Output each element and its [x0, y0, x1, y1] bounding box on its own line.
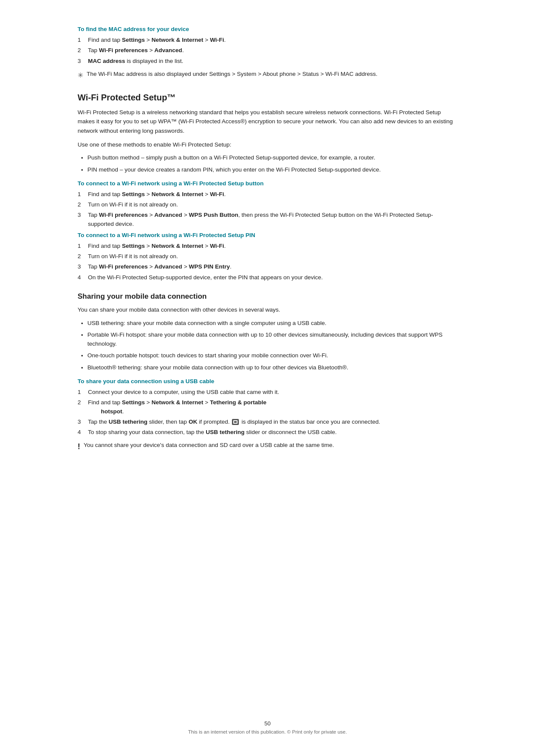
- network-bold: Network & Internet: [151, 243, 203, 249]
- wps-pin-entry-bold: WPS PIN Entry: [189, 263, 230, 270]
- advanced-bold: Advanced: [154, 263, 182, 270]
- page-container: To find the MAC address for your device …: [0, 0, 535, 756]
- tip-icon: ✳: [78, 70, 83, 81]
- step-number: 3: [78, 418, 88, 426]
- footer-text: This is an internet version of this publ…: [0, 729, 535, 734]
- wifi-prefs-bold: Wi-Fi preferences: [99, 263, 148, 270]
- step-content: Find and tap Settings > Network & Intern…: [88, 398, 457, 416]
- wps-button-subsection: To connect to a Wi-Fi network using a Wi…: [78, 180, 457, 228]
- step-number: 1: [78, 36, 88, 44]
- step-content: MAC address is displayed in the list.: [88, 57, 457, 66]
- step-content: Tap the USB tethering slider, then tap O…: [88, 418, 457, 426]
- step-number: 4: [78, 273, 88, 282]
- sharing-bullet-3: One-touch portable hotspot: touch device…: [78, 351, 457, 361]
- usb-step-1: 1 Connect your device to a computer, usi…: [78, 388, 457, 397]
- settings-bold: Settings: [122, 243, 145, 249]
- mac-step-1: 1 Find and tap Settings > Network & Inte…: [78, 36, 457, 44]
- step-content: Connect your device to a computer, using…: [88, 388, 457, 397]
- wifi-bold: Wi-Fi: [210, 37, 224, 43]
- wifi-bold: Wi-Fi: [210, 191, 224, 197]
- step-content: Tap Wi-Fi preferences > Advanced > WPS P…: [88, 211, 457, 228]
- usb-steps-list: 1 Connect your device to a computer, usi…: [78, 388, 457, 437]
- page-number: 50: [0, 720, 535, 727]
- usb-tethering-bold: USB tethering: [109, 419, 147, 425]
- usb-warning-box: ! You cannot share your device's data co…: [78, 441, 457, 453]
- wps-pin-steps: 1 Find and tap Settings > Network & Inte…: [78, 242, 457, 282]
- advanced-bold: Advanced: [154, 47, 182, 53]
- wps-button-step-1: 1 Find and tap Settings > Network & Inte…: [78, 190, 457, 199]
- wps-pin-heading: To connect to a Wi-Fi network using a Wi…: [78, 232, 457, 238]
- settings-bold: Settings: [122, 37, 145, 43]
- mac-step-3: 3 MAC address is displayed in the list.: [78, 57, 457, 66]
- wps-pin-step-2: 2 Turn on Wi-Fi if it is not already on.: [78, 252, 457, 261]
- usb-heading: To share your data connection using a US…: [78, 378, 457, 384]
- mac-step-2: 2 Tap Wi-Fi preferences > Advanced.: [78, 46, 457, 55]
- network-bold: Network & Internet: [151, 399, 203, 406]
- step-number: 2: [78, 46, 88, 55]
- sharing-intro: You can share your mobile data connectio…: [78, 305, 457, 315]
- ok-bold: OK: [188, 419, 197, 425]
- step-content: Turn on Wi-Fi if it is not already on.: [88, 252, 457, 261]
- step-content: Find and tap Settings > Network & Intern…: [88, 190, 457, 199]
- wps-use-line: Use one of these methods to enable Wi-Fi…: [78, 140, 457, 150]
- step-content: Turn on Wi-Fi if it is not already on.: [88, 200, 457, 209]
- sharing-bullet-3-text: One-touch portable hotspot: touch device…: [88, 351, 328, 360]
- page-footer: 50 This is an internet version of this p…: [0, 720, 535, 734]
- step-content: Find and tap Settings > Network & Intern…: [88, 36, 457, 44]
- step-number: 1: [78, 190, 88, 199]
- mac-tip-box: ✳ The Wi-Fi Mac address is also displaye…: [78, 70, 457, 81]
- sharing-bullet-4: Bluetooth® tethering: share your mobile …: [78, 363, 457, 373]
- mac-address-bold: MAC address: [88, 58, 125, 64]
- step-number: 3: [78, 211, 88, 228]
- usb-step-2: 2 Find and tap Settings > Network & Inte…: [78, 398, 457, 416]
- step-content: Tap Wi-Fi preferences > Advanced > WPS P…: [88, 262, 457, 271]
- sharing-title: Sharing your mobile data connection: [78, 292, 457, 301]
- step-number: 1: [78, 388, 88, 397]
- step-number: 2: [78, 200, 88, 209]
- wifi-prefs-bold: Wi-Fi preferences: [99, 47, 148, 53]
- step-number: 3: [78, 262, 88, 271]
- wps-method-1-text: Push button method – simply push a butto…: [88, 153, 375, 162]
- wps-pin-step-3: 3 Tap Wi-Fi preferences > Advanced > WPS…: [78, 262, 457, 271]
- wps-button-step-3: 3 Tap Wi-Fi preferences > Advanced > WPS…: [78, 211, 457, 228]
- wps-button-steps: 1 Find and tap Settings > Network & Inte…: [78, 190, 457, 228]
- step-number: 3: [78, 57, 88, 66]
- network-bold: Network & Internet: [151, 191, 203, 197]
- wps-pin-subsection: To connect to a Wi-Fi network using a Wi…: [78, 232, 457, 282]
- wps-section: Wi-Fi Protected Setup™ Wi-Fi Protected S…: [78, 93, 457, 282]
- step-number: 1: [78, 242, 88, 250]
- step-content: To stop sharing your data connection, ta…: [88, 428, 457, 437]
- step-content: Find and tap Settings > Network & Intern…: [88, 242, 457, 250]
- wps-push-bold: WPS Push Button: [189, 212, 238, 218]
- network-bold: Network & Internet: [151, 37, 203, 43]
- settings-bold: Settings: [122, 399, 145, 406]
- usb-tethering-bold: USB tethering: [206, 429, 244, 435]
- wifi-bold: Wi-Fi: [210, 243, 224, 249]
- warning-icon: !: [78, 441, 80, 453]
- advanced-bold: Advanced: [154, 212, 182, 218]
- sharing-bullet-2-text: Portable Wi-Fi hotspot: share your mobil…: [88, 331, 457, 349]
- sharing-bullet-4-text: Bluetooth® tethering: share your mobile …: [88, 363, 348, 372]
- wps-button-heading: To connect to a Wi-Fi network using a Wi…: [78, 180, 457, 187]
- tip-text: The Wi-Fi Mac address is also displayed …: [87, 70, 378, 78]
- sharing-bullet-2: Portable Wi-Fi hotspot: share your mobil…: [78, 331, 457, 349]
- step-number: 2: [78, 252, 88, 261]
- sharing-section: Sharing your mobile data connection You …: [78, 292, 457, 453]
- wps-method-1: Push button method – simply push a butto…: [78, 153, 457, 163]
- wps-method-2: PIN method – your device creates a rando…: [78, 166, 457, 175]
- mac-steps-list: 1 Find and tap Settings > Network & Inte…: [78, 36, 457, 66]
- mac-section-heading: To find the MAC address for your device: [78, 26, 457, 32]
- sharing-bullet-1-text: USB tethering: share your mobile data co…: [88, 319, 327, 328]
- usb-step-4: 4 To stop sharing your data connection, …: [78, 428, 457, 437]
- wps-intro: Wi-Fi Protected Setup is a wireless netw…: [78, 108, 457, 136]
- step-number: 4: [78, 428, 88, 437]
- wps-pin-step-4: 4 On the Wi-Fi Protected Setup-supported…: [78, 273, 457, 282]
- usb-subsection: To share your data connection using a US…: [78, 378, 457, 453]
- svg-rect-2: [234, 421, 237, 423]
- step-content: On the Wi-Fi Protected Setup-supported d…: [88, 273, 457, 282]
- step-number: 2: [78, 398, 88, 416]
- mac-section: To find the MAC address for your device …: [78, 26, 457, 81]
- wps-button-step-2: 2 Turn on Wi-Fi if it is not already on.: [78, 200, 457, 209]
- wps-title: Wi-Fi Protected Setup™: [78, 93, 457, 103]
- step-content: Tap Wi-Fi preferences > Advanced.: [88, 46, 457, 55]
